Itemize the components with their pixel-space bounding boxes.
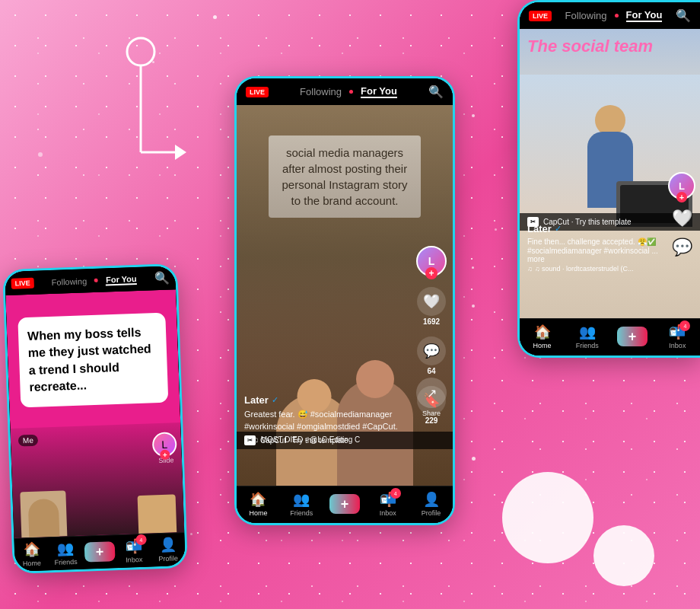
face-shape <box>28 499 60 537</box>
for-you-tab[interactable]: For You <box>106 273 137 285</box>
confetti-2 <box>152 61 154 63</box>
right-tab-friends[interactable]: 👥 Friends <box>565 324 609 349</box>
bookmark-count: 229 <box>425 416 438 425</box>
nav-dot <box>94 279 98 282</box>
center-nav-tabs: Following For You <box>300 85 397 98</box>
like-count: 1692 <box>423 317 440 326</box>
bottom-info: Later ✓ Greatest fear. 😅 #socialmediaman… <box>244 394 411 444</box>
right-inbox-label: Inbox <box>669 342 686 349</box>
person-face <box>20 490 67 537</box>
confetti-4 <box>495 228 497 231</box>
right-for-you-tab[interactable]: For You <box>626 9 663 22</box>
left-tab-plus[interactable]: + <box>82 541 117 563</box>
person-face-2 <box>138 494 177 534</box>
center-inbox-label: Inbox <box>380 509 396 517</box>
right-live-badge: LIVE <box>529 11 552 21</box>
circuit-decoration <box>91 30 190 247</box>
center-for-you-tab[interactable]: For You <box>361 85 397 98</box>
center-tab-inbox[interactable]: 📬4 Inbox <box>366 491 409 517</box>
left-tab-home[interactable]: 🏠 Home <box>14 540 49 568</box>
center-inbox-icon: 📬4 <box>380 491 396 508</box>
me-tag: Me <box>18 435 38 447</box>
right-creator-btn[interactable]: L + <box>668 172 695 199</box>
center-tab-friends[interactable]: 👥 Friends <box>280 491 323 517</box>
right-like-btn[interactable]: 🤍 <box>672 209 692 228</box>
right-friends-label: Friends <box>576 342 599 349</box>
right-comment-btn[interactable]: 💬 <box>672 238 692 257</box>
right-inbox-badge: 4 <box>679 320 690 331</box>
right-caption: Fine then... challenge accepted. 😤✅ <box>527 237 662 247</box>
left-tab-friends[interactable]: 👥 Friends <box>48 540 83 567</box>
phone-left: LIVE Following For You 🔍 When my boss te… <box>2 263 188 574</box>
center-friends-label: Friends <box>290 509 313 517</box>
right-hashtags: #socialmediamanager #workinsocial ... mo… <box>527 247 662 263</box>
center-friends-icon: 👥 <box>293 491 310 508</box>
share-btn-area[interactable]: ↗ Share <box>416 378 447 417</box>
right-video-scene: The social team ✂ CapCut · T <box>520 29 700 318</box>
left-tab-inbox[interactable]: 📬4 Inbox <box>116 537 151 565</box>
right-music-text: ♫ sound · lordtcasterstrudel (C... <box>535 265 634 273</box>
search-icon[interactable]: 🔍 <box>154 270 170 285</box>
right-following-tab[interactable]: Following <box>565 10 607 21</box>
phone-left-screen: LIVE Following For You 🔍 When my boss te… <box>5 266 186 572</box>
right-plus-btn[interactable]: + <box>617 327 648 346</box>
comment-icon: 💬 <box>417 336 446 365</box>
right-music-note: ♫ <box>527 265 533 273</box>
comment-btn[interactable]: 💬 64 <box>417 336 446 375</box>
like-btn[interactable]: 🤍 1692 <box>417 287 446 326</box>
music-row: ♫ ♫ MOST DIED - @LC Editing C <box>244 435 411 444</box>
center-tab-plus[interactable]: + <box>323 494 367 514</box>
center-following-tab[interactable]: Following <box>300 86 342 97</box>
left-tab-profile[interactable]: 👤 Profile <box>151 536 186 563</box>
right-verified: ✓ <box>555 224 562 234</box>
center-nav-dot <box>349 90 353 94</box>
right-search-icon[interactable]: 🔍 <box>676 8 691 23</box>
confetti-9 <box>38 152 43 157</box>
center-plus-btn[interactable]: + <box>329 494 360 514</box>
confetti-10 <box>472 266 474 269</box>
plus-btn[interactable]: + <box>84 541 116 562</box>
right-username-row: Later ✓ <box>527 223 662 234</box>
right-nav-bar: LIVE Following For You 🔍 <box>520 2 700 29</box>
center-home-icon: 🏠 <box>250 491 266 508</box>
right-tab-plus-btn[interactable]: + <box>610 327 655 346</box>
person-head <box>595 105 625 136</box>
right-music: ♫ ♫ sound · lordtcasterstrudel (C... <box>527 265 662 273</box>
home-icon: 🏠 <box>23 541 40 559</box>
right-action-buttons: L + 🤍 💬 <box>668 172 695 257</box>
right-home-icon: 🏠 <box>534 324 551 340</box>
caption: Greatest fear. 😅 #socialmediamanager #wo… <box>244 409 411 432</box>
phone-right: LIVE Following For You 🔍 The social team <box>517 0 700 358</box>
right-tab-bar: 🏠 Home 👥 Friends + 📬4 Inbox <box>520 318 700 356</box>
center-search-icon[interactable]: 🔍 <box>428 84 444 99</box>
profile-icon: 👤 <box>159 536 177 553</box>
right-friends-icon: 👥 <box>579 324 596 340</box>
follow-creator-btn[interactable]: + <box>425 267 438 279</box>
center-tab-home[interactable]: 🏠 Home <box>237 491 280 517</box>
username: Later <box>244 394 269 406</box>
center-nav-bar: LIVE Following For You 🔍 <box>237 78 453 105</box>
creator-avatar-btn[interactable]: L + <box>416 246 447 276</box>
right-title: The social team <box>527 37 692 56</box>
share-icon: ↗ <box>416 378 447 408</box>
right-tab-inbox[interactable]: 📬4 Inbox <box>655 324 700 349</box>
center-inbox-badge: 4 <box>390 488 401 499</box>
following-tab[interactable]: Following <box>51 276 87 287</box>
decoration-blob-2 <box>593 525 654 586</box>
inbox-icon: 📬4 <box>125 537 142 555</box>
music-text: ♫ MOST DIED - @LC Editing C <box>253 435 361 444</box>
center-home-label: Home <box>249 509 267 517</box>
right-follow-btn[interactable]: + <box>676 192 687 202</box>
music-note: ♫ <box>244 435 250 444</box>
right-username: Later <box>527 223 552 234</box>
center-tab-profile[interactable]: 👤 Profile <box>409 491 453 517</box>
left-avatar-area: L + <box>152 432 177 457</box>
center-live-badge: LIVE <box>246 87 269 97</box>
right-nav-tabs: Following For You <box>565 9 663 22</box>
right-home-label: Home <box>533 342 552 349</box>
right-tab-home[interactable]: 🏠 Home <box>520 324 565 349</box>
phone-center: LIVE Following For You 🔍 social media ma… <box>234 76 455 525</box>
confetti-3 <box>472 114 475 117</box>
center-profile-icon: 👤 <box>423 491 440 508</box>
left-tab-bar: 🏠 Home 👥 Friends + 📬4 Inbox 👤 Profile <box>14 532 185 572</box>
